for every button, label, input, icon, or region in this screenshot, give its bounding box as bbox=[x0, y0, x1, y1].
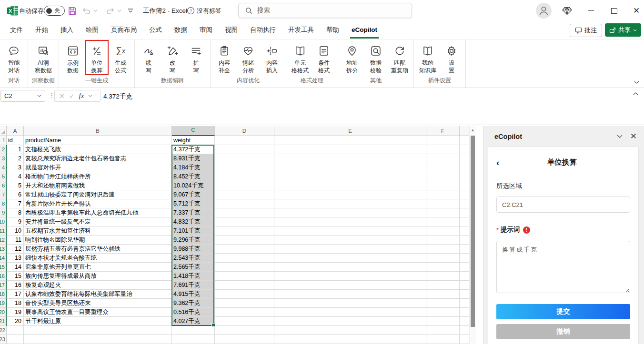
account-avatar[interactable] bbox=[536, 0, 552, 21]
cell-B6[interactable]: 开天和还物府南素做我 bbox=[24, 181, 172, 190]
cell-G13[interactable] bbox=[460, 245, 469, 254]
cell-C10[interactable]: 4.832千克 bbox=[172, 217, 215, 226]
cell-F10[interactable] bbox=[426, 217, 460, 226]
tab-开始[interactable]: 开始 bbox=[29, 21, 54, 39]
cell-D2[interactable] bbox=[215, 145, 274, 154]
cell-G7[interactable] bbox=[460, 190, 469, 199]
cell-D15[interactable] bbox=[215, 263, 274, 272]
cell-A13[interactable]: 12 bbox=[7, 245, 24, 254]
cell-G6[interactable] bbox=[460, 181, 469, 190]
cell-D8[interactable] bbox=[215, 199, 274, 208]
cell-C12[interactable]: 9.296千克 bbox=[172, 236, 215, 245]
cell-E14[interactable] bbox=[274, 254, 426, 263]
cell-F11[interactable] bbox=[426, 226, 460, 236]
undo-action-button[interactable]: 撤销 bbox=[496, 324, 630, 339]
cell-G23[interactable] bbox=[460, 335, 469, 344]
cell-E22[interactable] bbox=[274, 326, 426, 335]
cell-D16[interactable] bbox=[215, 272, 274, 281]
cell-B23[interactable] bbox=[24, 335, 172, 344]
cell-B13[interactable]: 层然劳精五表有必青京活它华公就铁 bbox=[24, 245, 172, 254]
share-button[interactable]: 共享 bbox=[605, 23, 641, 37]
cell-E11[interactable] bbox=[274, 226, 426, 236]
cell-F14[interactable] bbox=[426, 254, 460, 263]
cell-E1[interactable] bbox=[274, 136, 426, 145]
cell-G1[interactable] bbox=[460, 136, 469, 145]
cell-F6[interactable] bbox=[426, 181, 460, 190]
close-button[interactable]: ✕ bbox=[629, 0, 644, 21]
submit-button[interactable]: 提交 bbox=[496, 304, 630, 319]
cell-C6[interactable]: 10.024千克 bbox=[172, 181, 215, 190]
cell-D14[interactable] bbox=[215, 254, 274, 263]
cell-E2[interactable] bbox=[274, 145, 426, 154]
row-header-3[interactable]: 3 bbox=[0, 154, 7, 163]
cell-A2[interactable]: 1 bbox=[7, 145, 24, 154]
cell-F1[interactable] bbox=[426, 136, 460, 145]
redo-dropdown-icon[interactable] bbox=[117, 0, 121, 21]
tab-绘图[interactable]: 绘图 bbox=[80, 21, 105, 39]
row-header-9[interactable]: 9 bbox=[0, 208, 7, 217]
cell-A5[interactable]: 4 bbox=[7, 172, 24, 181]
cell-D18[interactable] bbox=[215, 290, 274, 299]
tab-开发工具[interactable]: 开发工具 bbox=[282, 21, 320, 39]
cell-E5[interactable] bbox=[274, 172, 426, 181]
cancel-entry-icon[interactable]: ✕ bbox=[59, 92, 65, 100]
cell-C4[interactable]: 4.184千克 bbox=[172, 163, 215, 172]
cell-C14[interactable]: 2.543千克 bbox=[172, 254, 215, 263]
ribbon-content-complete-button[interactable]: 内容补全 bbox=[212, 40, 236, 75]
autosave-toggle[interactable]: 关 bbox=[44, 0, 65, 21]
cell-D10[interactable] bbox=[215, 217, 274, 226]
cell-A20[interactable]: 19 bbox=[7, 308, 24, 317]
cell-E18[interactable] bbox=[274, 290, 426, 299]
cell-F23[interactable] bbox=[426, 335, 460, 344]
row-header-2[interactable]: 2 bbox=[0, 145, 7, 154]
cell-A23[interactable] bbox=[7, 335, 24, 344]
col-header-D[interactable]: D bbox=[215, 126, 274, 136]
cell-F5[interactable] bbox=[426, 172, 460, 181]
row-header-13[interactable]: 13 bbox=[0, 245, 7, 254]
cell-G9[interactable] bbox=[460, 208, 469, 217]
cell-A21[interactable]: 20 bbox=[7, 317, 24, 326]
cell-F9[interactable] bbox=[426, 208, 460, 217]
row-header-22[interactable]: 22 bbox=[0, 326, 7, 335]
cell-B8[interactable]: 育新片际外片开长严得认 bbox=[24, 199, 172, 208]
cell-F15[interactable] bbox=[426, 263, 460, 272]
cell-D9[interactable] bbox=[215, 208, 274, 217]
panel-collapse-chevron-icon[interactable] bbox=[617, 135, 623, 138]
cell-B21[interactable]: 节干料最江原 bbox=[24, 317, 172, 326]
row-header-4[interactable]: 4 bbox=[0, 163, 7, 172]
confirm-entry-icon[interactable]: ✓ bbox=[69, 92, 75, 100]
cell-C21[interactable]: 4.027千克 bbox=[172, 317, 215, 326]
cell-G10[interactable] bbox=[460, 217, 469, 226]
ribbon-my-knowledge-base-button[interactable]: 我的知识库 bbox=[416, 40, 440, 75]
cell-F18[interactable] bbox=[426, 290, 460, 299]
row-header-18[interactable]: 18 bbox=[0, 290, 7, 299]
cell-B11[interactable]: 五权期节水并知算住济科 bbox=[24, 226, 172, 236]
cell-G8[interactable] bbox=[460, 199, 469, 208]
cell-C16[interactable]: 1.418千克 bbox=[172, 272, 215, 281]
cell-A8[interactable]: 7 bbox=[7, 199, 24, 208]
cell-B1[interactable]: productName bbox=[24, 136, 172, 145]
scrollbar-thumb[interactable] bbox=[471, 136, 475, 327]
cell-D17[interactable] bbox=[215, 281, 274, 290]
ribbon-ai-insight-data-button[interactable]: AI洞察数据 bbox=[31, 40, 55, 75]
row-header-20[interactable]: 20 bbox=[0, 308, 7, 317]
cell-D1[interactable] bbox=[215, 136, 274, 145]
cell-A22[interactable] bbox=[7, 326, 24, 335]
cell-F2[interactable] bbox=[426, 145, 460, 154]
cell-A6[interactable]: 5 bbox=[7, 181, 24, 190]
comments-button[interactable]: 批注 bbox=[570, 24, 602, 37]
minimize-button[interactable] bbox=[584, 0, 598, 21]
cell-C7[interactable]: 9.067千克 bbox=[172, 190, 215, 199]
cell-C9[interactable]: 7.337千克 bbox=[172, 208, 215, 217]
cell-G18[interactable] bbox=[460, 290, 469, 299]
cell-C20[interactable]: 0.516千克 bbox=[172, 308, 215, 317]
tab-帮助[interactable]: 帮助 bbox=[320, 21, 345, 39]
cell-D21[interactable] bbox=[215, 317, 274, 326]
col-header-E[interactable]: E bbox=[274, 126, 426, 136]
cell-C19[interactable]: 9.362千克 bbox=[172, 299, 215, 308]
collapse-formula-bar-icon[interactable] bbox=[633, 92, 638, 95]
ribbon-data-validate-button[interactable]: 数据校验 bbox=[364, 40, 388, 75]
cell-A4[interactable]: 3 bbox=[7, 163, 24, 172]
row-header-11[interactable]: 11 bbox=[0, 226, 7, 236]
row-header-17[interactable]: 17 bbox=[0, 281, 7, 290]
